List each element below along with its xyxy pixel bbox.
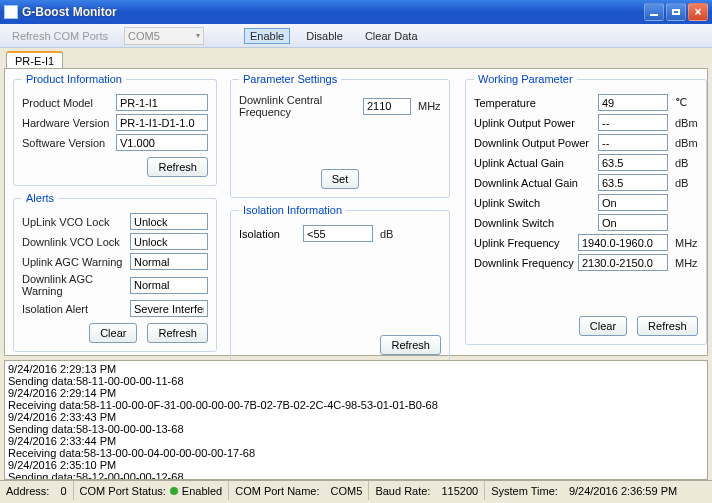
set-button[interactable]: Set [321, 169, 360, 189]
enable-button[interactable]: Enable [244, 28, 290, 44]
uplink-frequency-field[interactable] [578, 234, 668, 251]
maximize-button[interactable] [666, 3, 686, 21]
uplink-vco-field[interactable] [130, 213, 208, 230]
downlink-cf-label: Downlink Central Frequency [239, 94, 359, 118]
uplink-switch-field[interactable] [598, 194, 668, 211]
log-panel[interactable]: 9/24/2016 2:29:13 PM Sending data:58-11-… [4, 360, 708, 480]
downlink-switch-label: Downlink Switch [474, 217, 594, 229]
hardware-version-field[interactable] [116, 114, 208, 131]
status-com-port-status: COM Port Status:Enabled [74, 481, 230, 500]
uplink-actual-gain-label: Uplink Actual Gain [474, 157, 594, 169]
isolation-refresh-button[interactable]: Refresh [380, 335, 441, 355]
working-parameter-group: Working Parameter Temperature℃ Uplink Ou… [465, 73, 707, 345]
software-version-label: Software Version [22, 137, 112, 149]
isolation-alert-field[interactable] [130, 300, 208, 317]
status-bar: Address: 0 COM Port Status:Enabled COM P… [0, 480, 712, 500]
working-parameter-legend: Working Parameter [474, 73, 577, 85]
alerts-refresh-button[interactable]: Refresh [147, 323, 208, 343]
window-title: G-Boost Monitor [22, 5, 644, 19]
downlink-cf-unit: MHz [418, 100, 441, 112]
uplink-frequency-label: Uplink Frequency [474, 237, 574, 249]
uplink-actual-gain-field[interactable] [598, 154, 668, 171]
working-clear-button[interactable]: Clear [579, 316, 627, 336]
isolation-label: Isolation [239, 228, 299, 240]
downlink-cf-field[interactable] [363, 98, 411, 115]
uplink-output-power-unit: dBm [675, 117, 698, 129]
disable-button[interactable]: Disable [300, 28, 349, 44]
downlink-output-power-label: Downlink Output Power [474, 137, 594, 149]
isolation-field[interactable] [303, 225, 373, 242]
close-icon: × [694, 6, 701, 18]
status-address: Address: 0 [0, 481, 74, 500]
downlink-output-power-field[interactable] [598, 134, 668, 151]
status-com-port-name: COM Port Name: COM5 [229, 481, 369, 500]
downlink-output-power-unit: dBm [675, 137, 698, 149]
refresh-com-ports-button[interactable]: Refresh COM Ports [6, 28, 114, 44]
isolation-information-group: Isolation Information Isolation dB Refre… [230, 204, 450, 364]
downlink-actual-gain-unit: dB [675, 177, 688, 189]
status-dot-icon [170, 487, 178, 495]
close-button[interactable]: × [688, 3, 708, 21]
product-model-label: Product Model [22, 97, 112, 109]
temperature-unit: ℃ [675, 96, 687, 109]
com-port-value: COM5 [128, 30, 160, 42]
toolbar: Refresh COM Ports COM5 ▾ Enable Disable … [0, 24, 712, 48]
product-model-field[interactable] [116, 94, 208, 111]
alerts-legend: Alerts [22, 192, 58, 204]
com-port-select[interactable]: COM5 ▾ [124, 27, 204, 45]
minimize-icon [650, 14, 658, 16]
downlink-agc-field[interactable] [130, 277, 208, 294]
downlink-frequency-label: Downlink Frequency [474, 257, 574, 269]
window-titlebar: G-Boost Monitor × [0, 0, 712, 24]
uplink-output-power-label: Uplink Output Power [474, 117, 594, 129]
isolation-unit: dB [380, 228, 393, 240]
log-text: 9/24/2016 2:29:13 PM Sending data:58-11-… [8, 363, 668, 480]
clear-data-button[interactable]: Clear Data [359, 28, 424, 44]
product-refresh-button[interactable]: Refresh [147, 157, 208, 177]
uplink-switch-label: Uplink Switch [474, 197, 594, 209]
status-baud-rate: Baud Rate: 115200 [369, 481, 485, 500]
uplink-agc-label: Uplink AGC Warning [22, 256, 126, 268]
tab-pr-e-i1[interactable]: PR-E-I1 [6, 51, 63, 68]
uplink-output-power-field[interactable] [598, 114, 668, 131]
tab-content: Product Information Product Model Hardwa… [4, 68, 708, 356]
downlink-frequency-field[interactable] [578, 254, 668, 271]
maximize-icon [672, 9, 680, 15]
downlink-actual-gain-label: Downlink Actual Gain [474, 177, 594, 189]
uplink-actual-gain-unit: dB [675, 157, 688, 169]
downlink-actual-gain-field[interactable] [598, 174, 668, 191]
minimize-button[interactable] [644, 3, 664, 21]
downlink-vco-field[interactable] [130, 233, 208, 250]
alerts-group: Alerts UpLink VCO Lock Downlink VCO Lock… [13, 192, 217, 352]
status-system-time: System Time: 9/24/2016 2:36:59 PM [485, 481, 683, 500]
temperature-label: Temperature [474, 97, 594, 109]
isolation-information-legend: Isolation Information [239, 204, 346, 216]
tab-strip: PR-E-I1 [0, 48, 712, 68]
app-icon [4, 5, 18, 19]
uplink-agc-field[interactable] [130, 253, 208, 270]
downlink-agc-label: Downlink AGC Warning [22, 273, 126, 297]
hardware-version-label: Hardware Version [22, 117, 112, 129]
alerts-clear-button[interactable]: Clear [89, 323, 137, 343]
software-version-field[interactable] [116, 134, 208, 151]
product-information-group: Product Information Product Model Hardwa… [13, 73, 217, 186]
parameter-settings-group: Parameter Settings Downlink Central Freq… [230, 73, 450, 198]
chevron-down-icon: ▾ [196, 31, 200, 40]
product-information-legend: Product Information [22, 73, 126, 85]
uplink-vco-label: UpLink VCO Lock [22, 216, 126, 228]
downlink-vco-label: Downlink VCO Lock [22, 236, 126, 248]
downlink-frequency-unit: MHz [675, 257, 698, 269]
parameter-settings-legend: Parameter Settings [239, 73, 341, 85]
downlink-switch-field[interactable] [598, 214, 668, 231]
isolation-alert-label: Isolation Alert [22, 303, 126, 315]
temperature-field[interactable] [598, 94, 668, 111]
uplink-frequency-unit: MHz [675, 237, 698, 249]
working-refresh-button[interactable]: Refresh [637, 316, 698, 336]
